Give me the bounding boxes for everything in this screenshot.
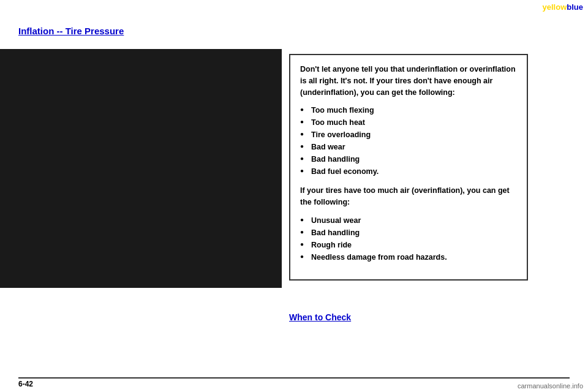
top-brand: yellowblue <box>543 2 583 12</box>
vehicle-image-area <box>0 49 282 288</box>
list-item: Too much flexing <box>300 104 517 116</box>
list-item: Bad fuel economy. <box>300 165 517 178</box>
overinflation-list: Unusual wearBad handlingRough rideNeedle… <box>300 214 517 263</box>
list-item: Too much heat <box>300 116 517 129</box>
overinflation-text: If your tires have too much air (overinf… <box>300 185 517 208</box>
list-item: Rough ride <box>300 239 517 251</box>
list-item: Needless damage from road hazards. <box>300 251 517 263</box>
list-item: Bad wear <box>300 141 517 153</box>
brand-yellow: yellow <box>543 2 567 12</box>
list-item: Unusual wear <box>300 214 517 227</box>
list-item: Bad handling <box>300 227 517 239</box>
watermark: carmanualsonline.info <box>518 382 583 390</box>
list-item: Bad handling <box>300 153 517 165</box>
section-title: Inflation -- Tire Pressure <box>18 26 124 36</box>
page-number: 6-42 <box>18 380 33 388</box>
when-to-check-link[interactable]: When to Check <box>289 312 351 322</box>
brand-blue: blue <box>567 2 583 12</box>
intro-text: Don't let anyone tell you that underinfl… <box>300 64 517 98</box>
list-item: Tire overloading <box>300 129 517 141</box>
underinflation-list: Too much flexingToo much heatTire overlo… <box>300 104 517 178</box>
warning-box: Don't let anyone tell you that underinfl… <box>289 54 528 281</box>
bottom-bar <box>18 377 570 379</box>
page-container: yellowblue Inflation -- Tire Pressure Do… <box>0 0 588 392</box>
